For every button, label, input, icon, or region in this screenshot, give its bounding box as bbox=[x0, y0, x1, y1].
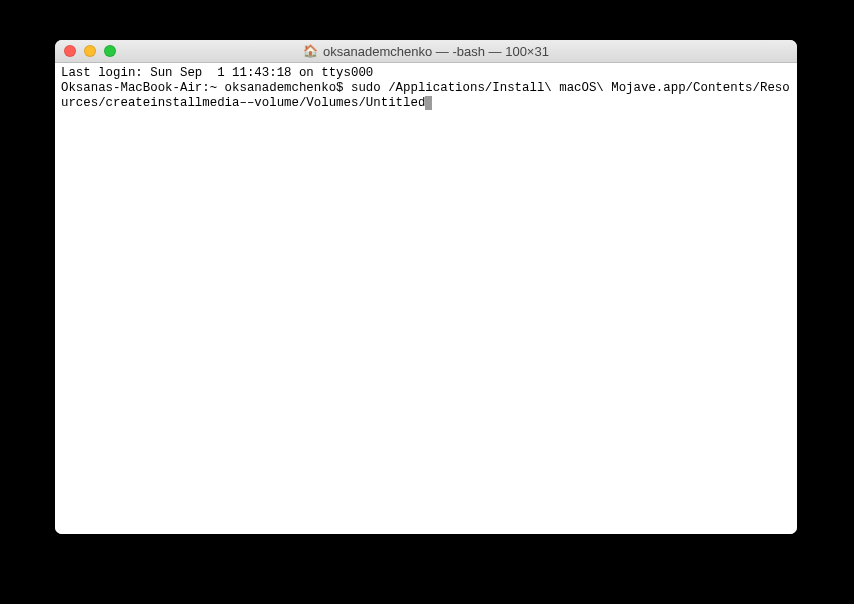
cursor bbox=[425, 96, 432, 110]
close-button[interactable] bbox=[64, 45, 76, 57]
window-title-text: oksanademchenko — -bash — 100×31 bbox=[323, 44, 549, 59]
prompt-text: Oksanas-MacBook-Air:~ oksanademchenko$ bbox=[61, 81, 351, 95]
zoom-button[interactable] bbox=[104, 45, 116, 57]
titlebar[interactable]: 🏠 oksanademchenko — -bash — 100×31 bbox=[55, 40, 797, 63]
traffic-lights bbox=[64, 45, 116, 57]
minimize-button[interactable] bbox=[84, 45, 96, 57]
home-icon: 🏠 bbox=[303, 45, 318, 57]
terminal-body[interactable]: Last login: Sun Sep 1 11:43:18 on ttys00… bbox=[55, 63, 797, 534]
last-login-line: Last login: Sun Sep 1 11:43:18 on ttys00… bbox=[61, 66, 373, 80]
window-title: 🏠 oksanademchenko — -bash — 100×31 bbox=[303, 44, 549, 59]
terminal-window: 🏠 oksanademchenko — -bash — 100×31 Last … bbox=[55, 40, 797, 534]
